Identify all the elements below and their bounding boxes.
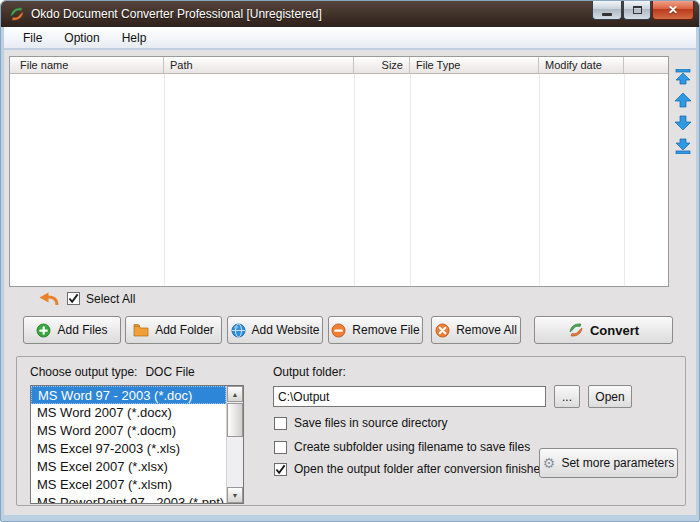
move-down-icon[interactable] (674, 115, 692, 131)
listbox-scrollbar[interactable]: ▲ ▼ (226, 386, 243, 503)
maximize-button[interactable] (623, 1, 651, 20)
scrollbar-up-icon[interactable]: ▲ (227, 386, 243, 402)
column-header-path[interactable]: Path (164, 57, 354, 73)
remove-all-button[interactable]: Remove All (431, 316, 521, 344)
reorder-arrows (674, 69, 692, 154)
remove-file-label: Remove File (352, 323, 419, 337)
move-to-bottom-icon[interactable] (674, 138, 692, 154)
window-controls: ✕ (591, 1, 694, 20)
move-to-top-icon[interactable] (674, 69, 692, 85)
format-list-item[interactable]: MS Word 2007 (*.docx) (31, 404, 226, 422)
column-header-file-name[interactable]: File name (10, 57, 164, 73)
output-folder-input[interactable] (273, 386, 546, 407)
select-all-checkbox[interactable] (67, 292, 80, 305)
app-logo-icon (9, 6, 25, 22)
create-subfolder-label: Create subfolder using filename to save … (294, 440, 530, 454)
menu-option[interactable]: Option (55, 29, 108, 47)
add-folder-button[interactable]: Add Folder (125, 316, 222, 344)
minimize-button[interactable] (592, 1, 622, 20)
table-header: File name Path Size File Type Modify dat… (10, 57, 668, 74)
scrollbar-down-icon[interactable]: ▼ (227, 487, 243, 503)
convert-label: Convert (590, 323, 639, 338)
checkmark-icon (68, 293, 79, 304)
save-in-source-label: Save files in source directory (294, 416, 447, 430)
output-format-listbox[interactable]: MS Word 97 - 2003 (*.doc) MS Word 2007 (… (30, 385, 244, 504)
convert-button[interactable]: Convert (534, 316, 673, 344)
close-icon: ✕ (668, 4, 678, 16)
file-list-table[interactable]: File name Path Size File Type Modify dat… (9, 56, 669, 287)
select-all-row: Select All (4, 290, 696, 310)
format-list-item[interactable]: MS Excel 2007 (*.xlsx) (31, 458, 226, 476)
menu-file[interactable]: File (14, 29, 51, 47)
remove-all-label: Remove All (456, 323, 517, 337)
add-folder-label: Add Folder (155, 323, 214, 337)
column-header-size[interactable]: Size (354, 57, 410, 73)
save-in-source-row: Save files in source directory (274, 416, 447, 430)
browse-folder-button[interactable]: ... (554, 385, 580, 408)
format-list-item[interactable]: MS Excel 2007 (*.xlsm) (31, 476, 226, 494)
gear-icon: ⚙ (543, 456, 556, 470)
set-more-parameters-button[interactable]: ⚙ Set more parameters (539, 448, 678, 478)
column-header-file-type[interactable]: File Type (410, 57, 539, 73)
table-body-empty[interactable] (10, 74, 668, 286)
format-list-item[interactable]: MS Word 97 - 2003 (*.doc) (31, 386, 226, 404)
open-after-finish-row: Open the output folder after conversion … (274, 462, 547, 476)
column-divider (354, 74, 355, 286)
window-title: Okdo Document Converter Professional [Un… (31, 7, 322, 21)
add-website-label: Add Website (252, 323, 320, 337)
create-subfolder-row: Create subfolder using filename to save … (274, 440, 530, 454)
globe-icon (231, 323, 246, 338)
create-subfolder-checkbox[interactable] (274, 441, 287, 454)
column-divider (164, 74, 165, 286)
close-button[interactable]: ✕ (652, 1, 694, 20)
remove-cross-icon (435, 323, 450, 338)
add-files-button[interactable]: Add Files (23, 316, 121, 344)
up-level-arrow-icon[interactable] (39, 291, 59, 307)
open-after-finish-label: Open the output folder after conversion … (294, 462, 547, 476)
choose-output-type-label: Choose output type:DOC File (30, 365, 195, 379)
convert-icon (568, 322, 584, 338)
remove-file-button[interactable]: Remove File (328, 316, 423, 344)
maximize-icon (633, 6, 642, 14)
column-divider (624, 74, 625, 286)
output-options-group: Choose output type:DOC File MS Word 97 -… (16, 356, 686, 506)
menu-help[interactable]: Help (113, 29, 156, 47)
format-list-item[interactable]: MS Excel 97-2003 (*.xls) (31, 440, 226, 458)
client-area: File name Path Size File Type Modify dat… (4, 50, 696, 515)
set-more-parameters-label: Set more parameters (561, 456, 674, 470)
select-all-label: Select All (86, 292, 135, 306)
checkmark-icon (275, 464, 286, 475)
folder-icon (133, 323, 149, 337)
format-list-item[interactable]: MS Word 2007 (*.docm) (31, 422, 226, 440)
format-list-item[interactable]: MS PowerPoint 97 - 2003 (*.ppt) (31, 494, 226, 504)
column-header-spacer (624, 57, 668, 73)
remove-minus-icon (331, 323, 346, 338)
add-website-button[interactable]: Add Website (227, 316, 323, 344)
menu-bar: File Option Help (4, 27, 696, 49)
column-divider (410, 74, 411, 286)
column-divider (539, 74, 540, 286)
app-window: Okdo Document Converter Professional [Un… (0, 0, 700, 522)
choose-output-type-text: Choose output type: (30, 365, 137, 379)
open-after-finish-checkbox[interactable] (274, 463, 287, 476)
add-plus-icon (36, 323, 51, 338)
move-up-icon[interactable] (674, 92, 692, 108)
title-bar: Okdo Document Converter Professional [Un… (1, 1, 699, 27)
scrollbar-thumb[interactable] (227, 403, 243, 437)
save-in-source-checkbox[interactable] (274, 417, 287, 430)
chosen-type-value: DOC File (145, 365, 194, 379)
column-header-modify-date[interactable]: Modify date (539, 57, 624, 73)
open-folder-button[interactable]: Open (588, 385, 632, 408)
output-folder-label: Output folder: (273, 365, 346, 379)
minimize-icon (602, 13, 612, 16)
add-files-label: Add Files (57, 323, 107, 337)
